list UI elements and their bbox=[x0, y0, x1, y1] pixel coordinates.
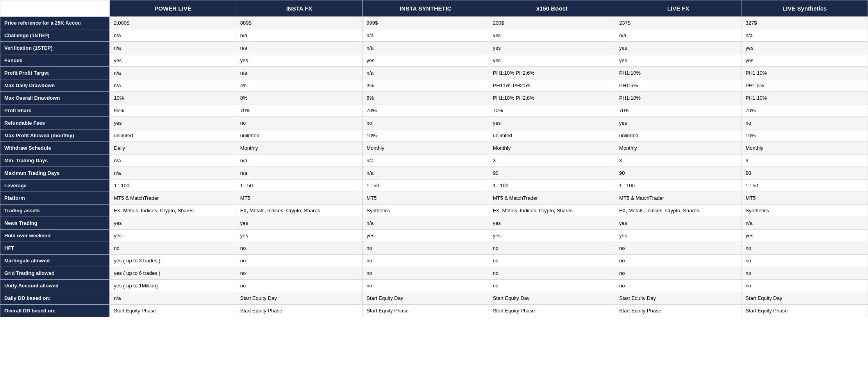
table-row: Trading assetsFX, Metals, Indices, Crypt… bbox=[0, 204, 868, 217]
row-value: 999$ bbox=[363, 17, 489, 29]
row-value: n/a bbox=[110, 67, 236, 79]
row-label: Overall DD based on: bbox=[0, 305, 110, 317]
row-value: 3 bbox=[489, 154, 615, 167]
row-label: Trading assets bbox=[0, 204, 110, 217]
row-value: yes bbox=[615, 217, 741, 230]
row-value: 1 : 100 bbox=[110, 179, 236, 192]
row-value: 95% bbox=[110, 104, 236, 117]
row-value: n/a bbox=[363, 42, 489, 54]
row-value: n/a bbox=[741, 217, 868, 230]
row-value: yes bbox=[741, 42, 868, 54]
table-row: Martingale allowedyes ( up to 3 trades )… bbox=[0, 255, 868, 267]
row-value: Monthly bbox=[741, 142, 868, 154]
row-value: n/a bbox=[236, 67, 362, 79]
table-row: Verification (1STEP)n/an/an/ayesyesyes bbox=[0, 42, 868, 54]
row-label: Max Daily Drawdown bbox=[0, 79, 110, 92]
row-value: n/a bbox=[615, 29, 741, 42]
row-value: 3 bbox=[615, 154, 741, 167]
table-row: Grid Trading allowedyes ( up to 6 trades… bbox=[0, 267, 868, 280]
table-row: Maximun Trading Daysn/an/an/a909090 bbox=[0, 167, 868, 179]
row-label: MIn. Trading Days bbox=[0, 154, 110, 167]
row-value: Monthly bbox=[615, 142, 741, 154]
row-value: yes bbox=[489, 230, 615, 242]
row-value: FX, Metals, Indices, Crypto, Shares bbox=[110, 204, 236, 217]
table-row: Fundedyesyesyesyesyesyes bbox=[0, 54, 868, 67]
row-value: no bbox=[363, 255, 489, 267]
row-value: Start Equity Day bbox=[489, 292, 615, 305]
row-value: yes bbox=[489, 217, 615, 230]
row-value: no bbox=[741, 242, 868, 255]
row-value: MT5 bbox=[741, 192, 868, 204]
row-value: yes bbox=[615, 117, 741, 129]
row-value: n/a bbox=[363, 29, 489, 42]
row-value: unlimted bbox=[489, 129, 615, 142]
row-label: Withdraw Schedule bbox=[0, 142, 110, 154]
row-value: MT5 & MatchTrader bbox=[110, 192, 236, 204]
row-value: MT5 bbox=[363, 192, 489, 204]
row-value: 10% bbox=[363, 129, 489, 142]
table-row: Profit Profit Targetn/an/an/aPH1:10% PH2… bbox=[0, 67, 868, 79]
row-label: Martingale allowed bbox=[0, 255, 110, 267]
row-value: Start Equity Phase bbox=[615, 305, 741, 317]
table-row: Leverage1 : 1001 : 501 : 501 : 1001 : 10… bbox=[0, 179, 868, 192]
row-value: yes bbox=[489, 29, 615, 42]
row-value: no bbox=[489, 280, 615, 292]
row-value: no bbox=[615, 242, 741, 255]
row-value: yes bbox=[110, 230, 236, 242]
row-value: 90 bbox=[741, 167, 868, 179]
row-value: 70% bbox=[615, 104, 741, 117]
row-value: n/a bbox=[110, 29, 236, 42]
row-label: Verification (1STEP) bbox=[0, 42, 110, 54]
table-row: Unify Account allowedyes ( up to 1Millio… bbox=[0, 280, 868, 292]
row-value: n/a bbox=[363, 217, 489, 230]
row-value: 1 : 100 bbox=[615, 179, 741, 192]
row-label: Unify Account allowed bbox=[0, 280, 110, 292]
row-label: Grid Trading allowed bbox=[0, 267, 110, 280]
table-row: Max Profit Allowed (monthly)unlimtedunli… bbox=[0, 129, 868, 142]
row-value: Start Equity Phase bbox=[110, 305, 236, 317]
header-x150-boost: x150 Boost bbox=[489, 0, 615, 17]
row-value: FX, Metals, Indices, Crypto, Shares bbox=[236, 204, 362, 217]
row-label: Profi Share bbox=[0, 104, 110, 117]
row-value: yes bbox=[236, 54, 362, 67]
table-row: MIn. Trading Daysn/an/an/a333 bbox=[0, 154, 868, 167]
row-value: n/a bbox=[110, 292, 236, 305]
row-value: no bbox=[615, 267, 741, 280]
row-value: no bbox=[615, 255, 741, 267]
row-value: yes ( up to 6 trades ) bbox=[110, 267, 236, 280]
row-value: yes bbox=[110, 117, 236, 129]
row-value: no bbox=[236, 280, 362, 292]
row-value: FX, Metals, Indices, Crypto, Shares bbox=[489, 204, 615, 217]
row-value: n/a bbox=[236, 154, 362, 167]
row-value: yes bbox=[741, 54, 868, 67]
row-label: News Trading bbox=[0, 217, 110, 230]
row-value: no bbox=[489, 242, 615, 255]
row-value: no bbox=[741, 267, 868, 280]
row-value: n/a bbox=[741, 29, 868, 42]
row-label: Max Profit Allowed (monthly) bbox=[0, 129, 110, 142]
row-label: Challenge (1STEP) bbox=[0, 29, 110, 42]
row-value: 237$ bbox=[615, 17, 741, 29]
row-value: 3% bbox=[363, 79, 489, 92]
row-value: no bbox=[489, 255, 615, 267]
row-label: Hold over weekend bbox=[0, 230, 110, 242]
row-value: unlimted bbox=[615, 129, 741, 142]
table-row: Price reference for a 25K Accou2,000$889… bbox=[0, 17, 868, 29]
header-live-fx: LIVE FX bbox=[615, 0, 741, 17]
row-value: 3 bbox=[741, 154, 868, 167]
row-value: no bbox=[615, 280, 741, 292]
row-value: yes bbox=[615, 54, 741, 67]
comparison-table: POWER LIVE INSTA FX INSTA SYNTHETIC x150… bbox=[0, 0, 868, 317]
row-value: 889$ bbox=[236, 17, 362, 29]
row-value: 6% bbox=[363, 92, 489, 104]
row-value: PH1:10% PH2:8% bbox=[489, 92, 615, 104]
row-value: Monthly bbox=[489, 142, 615, 154]
row-value: Daily bbox=[110, 142, 236, 154]
row-value: yes ( up to 3 trades ) bbox=[110, 255, 236, 267]
row-value: Start Equity Phase bbox=[363, 305, 489, 317]
table-row: Overall DD based on:Start Equity PhaseSt… bbox=[0, 305, 868, 317]
row-value: unlimted bbox=[110, 129, 236, 142]
row-value: n/a bbox=[236, 42, 362, 54]
row-value: no bbox=[363, 267, 489, 280]
row-value: 90 bbox=[489, 167, 615, 179]
